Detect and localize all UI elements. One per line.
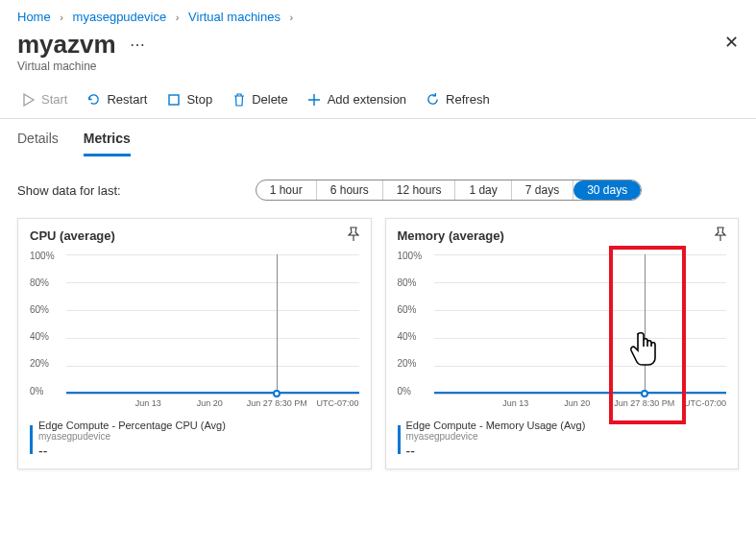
highlight-line [277, 254, 278, 394]
delete-button[interactable]: Delete [228, 90, 292, 108]
breadcrumb: Home › myasegpudevice › Virtual machines… [0, 0, 756, 24]
memory-chart[interactable]: 100% 80% 60% 40% 20% 0% Jun 13 Jun 20 [398, 252, 727, 414]
cpu-chart[interactable]: 100% 80% 60% 40% 20% 0% Jun 13 Jun 20 [30, 252, 359, 414]
highlight-line [645, 254, 646, 394]
more-icon[interactable]: ⋯ [130, 36, 145, 54]
play-icon [21, 92, 36, 107]
tab-metrics[interactable]: Metrics [84, 131, 131, 156]
card-title: Memory (average) [398, 228, 727, 243]
metric-cards: CPU (average) 100% 80% 60% 40% 20% 0% [0, 214, 756, 487]
page-subtitle: Virtual machine [17, 60, 739, 73]
pill-1day[interactable]: 1 day [455, 180, 511, 200]
memory-card: Memory (average) 100% 80% 60% 40% 20% 0% [385, 218, 740, 469]
legend: Edge Compute - Percentage CPU (Avg) myas… [30, 420, 359, 459]
chevron-right-icon: › [60, 12, 63, 23]
filter-label: Show data for last: [17, 183, 121, 198]
pill-1hour[interactable]: 1 hour [256, 180, 317, 200]
svg-rect-0 [169, 95, 179, 105]
start-button: Start [17, 90, 71, 108]
legend-color [398, 425, 401, 454]
refresh-button[interactable]: Refresh [422, 90, 494, 108]
pill-7days[interactable]: 7 days [512, 180, 573, 200]
breadcrumb-vms[interactable]: Virtual machines [188, 10, 280, 24]
legend: Edge Compute - Memory Usage (Avg) myaseg… [398, 420, 727, 459]
plus-icon [307, 92, 322, 107]
chevron-right-icon: › [290, 12, 294, 23]
pin-icon[interactable] [346, 227, 361, 245]
tab-details[interactable]: Details [17, 131, 59, 156]
restart-button[interactable]: Restart [83, 90, 151, 108]
breadcrumb-device[interactable]: myasegpudevice [73, 10, 167, 24]
time-range-pills: 1 hour 6 hours 12 hours 1 day 7 days 30 … [256, 180, 643, 201]
add-extension-button[interactable]: Add extension [304, 90, 410, 108]
restart-icon [86, 92, 101, 107]
close-icon[interactable]: ✕ [724, 32, 739, 53]
time-filter-row: Show data for last: 1 hour 6 hours 12 ho… [0, 156, 756, 214]
breadcrumb-home[interactable]: Home [17, 10, 51, 24]
pill-12hours[interactable]: 12 hours [383, 180, 456, 200]
refresh-icon [426, 92, 440, 107]
pin-icon[interactable] [713, 227, 728, 245]
toolbar: Start Restart Stop Delete Add extension … [0, 75, 756, 119]
trash-icon [232, 92, 246, 107]
page-header: myazvm ⋯ Virtual machine ✕ [0, 24, 756, 75]
card-title: CPU (average) [30, 228, 359, 243]
stop-icon [166, 92, 181, 107]
chevron-right-icon: › [176, 12, 180, 23]
data-line [66, 392, 359, 394]
tab-bar: Details Metrics [0, 119, 756, 156]
pill-30days[interactable]: 30 days [573, 180, 641, 200]
page-title: myazvm [17, 30, 116, 60]
cpu-card: CPU (average) 100% 80% 60% 40% 20% 0% [17, 218, 372, 469]
data-line [434, 392, 727, 394]
stop-button[interactable]: Stop [162, 90, 216, 108]
legend-color [30, 425, 33, 454]
pill-6hours[interactable]: 6 hours [317, 180, 383, 200]
